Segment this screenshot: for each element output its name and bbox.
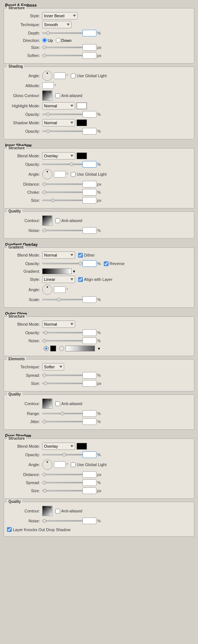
opacity-slider-ds[interactable] [42,454,82,455]
jitter-slider-og[interactable] [42,421,82,422]
gradient-arrow-og[interactable]: ▼ [97,347,101,351]
dir-down-radio[interactable]: Down [56,38,72,43]
noise-input-is[interactable]: 0 [82,227,96,234]
gradient-radio-og[interactable] [59,346,64,351]
size-slider-be[interactable] [42,47,82,48]
highlight-mode-dropdown[interactable]: Normal Screen Overlay [42,102,75,110]
soften-input[interactable]: 0 [82,52,96,59]
noise-label-og: Noise: [7,339,40,343]
blend-mode-dropdown-ds[interactable]: Overlay Normal Multiply Screen [42,443,75,450]
highlight-opacity-slider[interactable] [42,114,82,115]
shadow-opacity-slider[interactable] [42,130,82,132]
anti-aliased-og[interactable]: Anti-aliased [55,401,82,406]
depth-slider[interactable] [42,32,82,34]
blend-mode-dropdown-og[interactable]: Normal Screen Overlay [42,321,75,328]
range-input-og[interactable]: 50 [82,410,96,417]
dir-up-radio[interactable]: Up [42,38,53,43]
spread-input-og[interactable]: 0 [82,372,96,379]
technique-dropdown-og[interactable]: Softer Precise [42,363,64,371]
shadow-mode-dropdown[interactable]: Normal Multiply Overlay [42,119,75,126]
depth-unit: % [97,31,101,35]
spread-slider-og[interactable] [42,375,82,376]
noise-slider-og[interactable] [42,340,82,341]
contour-swatch-ds[interactable] [42,506,52,516]
opacity-slider-is[interactable] [42,164,82,165]
size-slider-ds[interactable] [42,490,82,491]
jitter-input-og[interactable]: 0 [82,418,96,425]
distance-slider-is[interactable] [42,183,82,185]
contour-swatch-is[interactable] [42,215,52,226]
blend-color-is[interactable] [77,153,87,159]
size-input-og[interactable]: 7 [82,380,96,387]
highlight-color-swatch[interactable] [77,103,87,109]
shadow-opacity-input[interactable]: 10 [82,128,96,135]
size-slider-is[interactable] [42,200,82,201]
noise-input-og[interactable]: 0 [82,337,96,344]
opacity-slider-og[interactable] [42,332,82,333]
opacity-slider-go[interactable] [42,263,82,264]
gradient-arrow[interactable]: ▼ [72,269,76,273]
align-with-layer-check[interactable]: Align with Layer [78,277,113,282]
style-dropdown-go[interactable]: Linear Radial Angle Reflected Diamond [42,276,75,283]
scale-slider-go[interactable] [42,299,82,300]
shadow-color[interactable] [77,119,87,126]
distance-input-is[interactable]: 1 [82,181,96,187]
solid-color-og[interactable] [50,346,56,351]
noise-input-ds[interactable]: 0 [82,518,96,524]
angle-input-ds[interactable]: 90 [54,461,66,468]
anti-aliased-be[interactable]: Anti-aliased [55,93,82,98]
distance-slider-ds[interactable] [42,474,82,475]
anti-aliased-ds[interactable]: Anti-aliased [55,509,82,514]
soften-label: Soften: [7,53,40,58]
opacity-input-go[interactable]: 100 [82,260,96,267]
altitude-input[interactable]: 30 [42,82,54,89]
highlight-color[interactable] [77,103,87,109]
use-global-light-ds[interactable]: Use Global Light [71,462,106,467]
angle-dial-ds[interactable] [42,459,52,470]
angle-input-go[interactable]: 90 [54,286,66,293]
soften-slider[interactable] [42,55,82,56]
gloss-contour-swatch[interactable] [42,90,52,101]
spread-slider-ds[interactable] [42,482,82,483]
choke-input-is[interactable]: 0 [82,189,96,196]
angle-input-is[interactable]: 90 [54,171,66,178]
blend-color-ds[interactable] [77,443,87,450]
technique-dropdown[interactable]: Smooth Chisel Hard Chisel Soft [42,21,72,28]
reverse-check[interactable]: Reverse [104,261,125,266]
contour-swatch-og[interactable] [42,398,52,409]
scale-input-go[interactable]: 66 [82,296,96,303]
use-global-light-is[interactable]: Use Global Light [71,172,106,177]
distance-input-ds[interactable]: 3 [82,471,96,478]
angle-dial-be[interactable] [42,71,52,81]
gradient-preview-go[interactable] [42,268,72,274]
size-input-is[interactable]: 59 [82,197,96,204]
gradient-swatch-og[interactable] [66,346,95,351]
angle-input-be[interactable]: 90 [54,72,66,79]
range-slider-og[interactable] [42,413,82,414]
dither-check[interactable]: Dither [78,253,95,258]
opacity-input-ds[interactable]: 55 [82,451,96,458]
noise-slider-ds[interactable] [42,520,82,522]
use-global-light-be[interactable]: Use Global Light [71,74,106,78]
size-slider-og[interactable] [42,383,82,384]
opacity-input-og[interactable]: 4 [82,329,96,336]
choke-slider-is[interactable] [42,192,82,193]
angle-dial-is[interactable] [42,169,52,179]
shadow-mode-label: Shadow Mode: [7,121,40,125]
style-dropdown[interactable]: Inner Bevel Outer Bevel Emboss Pillow Em… [42,12,78,19]
highlight-opacity-input[interactable]: 10 [82,111,96,118]
anti-aliased-is[interactable]: Anti-aliased [55,218,82,223]
depth-input[interactable]: 100 [82,30,96,36]
blend-mode-dropdown-go[interactable]: Normal Dissolve Multiply Screen Overlay [42,251,75,259]
solid-radio-og[interactable] [44,346,49,351]
angle-dial-go[interactable] [42,285,52,295]
size-input-ds[interactable]: 3 [82,487,96,494]
size-label-og: Size: [7,381,40,386]
spread-input-ds[interactable]: 0 [82,479,96,486]
opacity-input-is[interactable]: 75 [82,161,96,168]
blend-mode-dropdown-is[interactable]: Overlay Normal Multiply Screen [42,152,75,160]
layer-knocks-check[interactable]: Layer Knocks Out Drop Shadow [7,527,70,532]
size-input-be[interactable]: 0 [82,44,96,51]
structure-legend-is: Structure [7,146,26,150]
noise-slider-is[interactable] [42,230,82,231]
